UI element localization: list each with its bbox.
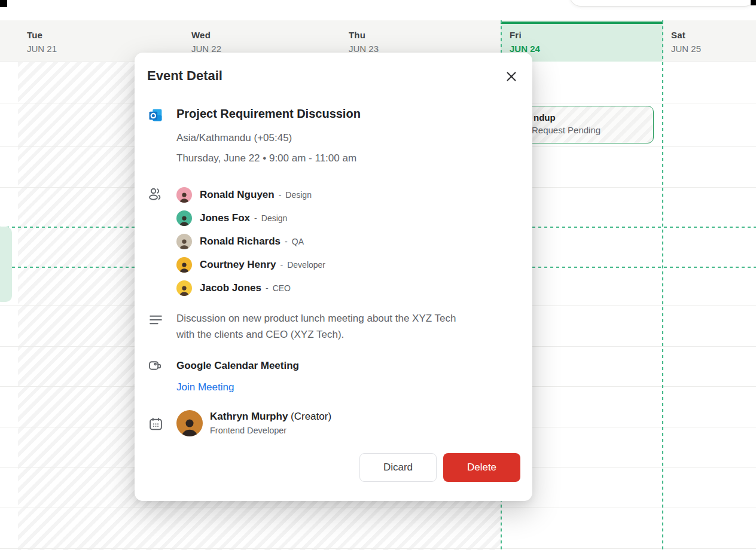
description-icon (148, 313, 163, 328)
calendar-icon (148, 417, 163, 432)
active-day-dashed-border (662, 20, 663, 550)
creator-suffix: (Creator) (288, 411, 331, 422)
event-card-status: Request Pending (532, 125, 648, 135)
day-header-thu[interactable]: Thu JUN 23 (349, 30, 379, 54)
description-line: with the clients and CEO (XYZ Tech). (176, 326, 513, 343)
day-date: JUN 25 (671, 44, 701, 54)
day-header-fri[interactable]: Fri JUN 24 (510, 30, 540, 54)
day-name: Thu (349, 30, 379, 40)
modal-title: Event Detail (147, 68, 222, 84)
day-name: Tue (27, 30, 57, 40)
day-name: Fri (510, 30, 540, 40)
day-header-sat[interactable]: Sat JUN 25 (671, 30, 701, 54)
attendee-row[interactable]: Jacob Jones - CEO (176, 280, 291, 297)
creator-role: Frontend Developer (210, 426, 286, 435)
attendee-name: Ronald Richards (200, 236, 281, 248)
delete-button[interactable]: Delete (443, 453, 520, 482)
attendee-row[interactable]: Jones Fox - Design (176, 210, 287, 227)
event-detail-modal: Event Detail Project Requirement Discuss… (135, 53, 532, 501)
attendee-name: Ronald Nguyen (200, 189, 275, 201)
day-header-wed[interactable]: Wed JUN 22 (191, 30, 221, 54)
avatar (176, 280, 192, 296)
event-description: Discussion on new product lunch meeting … (176, 310, 513, 343)
attendee-name: Jacob Jones (200, 282, 261, 294)
attendee-role: Design (285, 190, 312, 200)
description-line: Discussion on new product lunch meeting … (176, 310, 513, 326)
attendee-role: Design (261, 213, 288, 223)
day-name: Wed (191, 30, 221, 40)
attendee-separator: - (281, 260, 284, 270)
creator-name: Kathryn Murphy (210, 411, 288, 422)
attendee-name: Courtney Henry (200, 259, 276, 271)
avatar (176, 187, 192, 203)
day-date: JUN 21 (27, 44, 57, 54)
video-meeting-icon (148, 359, 163, 374)
screen-corner-artifact (0, 0, 7, 7)
avatar (176, 234, 192, 249)
event-title: Project Requirement Discussion (176, 107, 361, 121)
meeting-provider-label: Google Calendar Meeting (176, 360, 299, 372)
partial-event-block[interactable] (0, 227, 12, 302)
event-card-title: ndup (534, 112, 648, 123)
grid-row-line (0, 508, 756, 508)
event-datetime: Thursday, June 22 • 9:00 am - 11:00 am (176, 152, 356, 164)
creator-name-line: Kathryn Murphy (Creator) (210, 411, 331, 423)
attendee-separator: - (279, 190, 282, 200)
day-name: Sat (671, 30, 701, 40)
attendee-row[interactable]: Ronald Richards - QA (176, 233, 304, 250)
screen-corner-artifact (751, 0, 756, 5)
standup-event-card[interactable]: ndup Request Pending (516, 106, 654, 143)
attendee-row[interactable]: Ronald Nguyen - Design (176, 187, 312, 203)
day-header-tue[interactable]: Tue JUN 21 (27, 30, 57, 54)
join-meeting-link[interactable]: Join Meeting (176, 381, 234, 393)
attendee-separator: - (266, 283, 269, 293)
attendee-role: Developer (287, 260, 325, 270)
creator-avatar (176, 410, 203, 436)
event-timezone: Asia/Kathmandu (+05:45) (176, 132, 292, 144)
grid-row-line (0, 548, 756, 549)
outlook-icon (148, 108, 163, 123)
attendees-icon (148, 187, 163, 202)
attendee-role: QA (292, 237, 304, 246)
attendee-row[interactable]: Courtney Henry - Developer (176, 256, 325, 273)
attendee-separator: - (285, 237, 288, 246)
close-icon[interactable] (504, 69, 519, 84)
avatar (176, 210, 192, 226)
attendee-name: Jones Fox (200, 212, 250, 224)
attendee-separator: - (254, 213, 257, 223)
discard-button[interactable]: Dicard (359, 453, 437, 482)
search-input[interactable] (569, 0, 756, 7)
attendee-role: CEO (273, 283, 291, 293)
avatar (176, 257, 192, 273)
